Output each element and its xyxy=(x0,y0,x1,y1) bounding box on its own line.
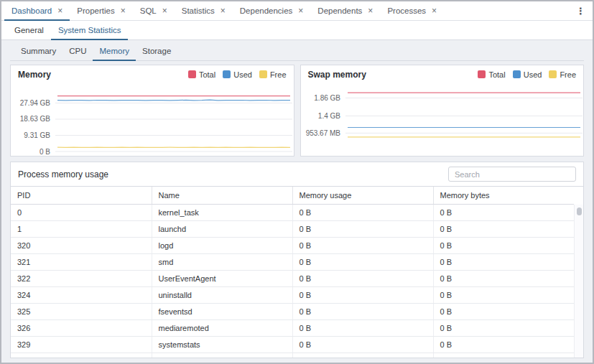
close-icon[interactable]: × xyxy=(221,6,226,15)
tab-label: Properties xyxy=(77,6,114,15)
search-input[interactable] xyxy=(448,167,576,182)
tab-label: Dependencies xyxy=(240,6,293,15)
tab-label: SQL xyxy=(140,6,157,15)
table-cell: 0 B xyxy=(433,304,574,320)
subtab-summary[interactable]: Summary xyxy=(14,42,62,61)
table-cell: 0 B xyxy=(292,353,433,358)
table-cell: 320 xyxy=(11,238,152,254)
table-row: 0kernel_task0 B0 B xyxy=(11,205,574,221)
tab-label: Statistics xyxy=(182,6,215,15)
table-cell: 324 xyxy=(11,287,152,304)
table-cell: configd xyxy=(152,353,292,358)
table-row: 331configd0 B0 B xyxy=(11,353,574,358)
column-header-memory-usage[interactable]: Memory usage xyxy=(292,187,433,205)
swap-memory-chart-panel: Swap memory TotalUsedFree 1.86 GB1.4 GB9… xyxy=(300,65,585,157)
legend-item-free: Free xyxy=(549,70,576,79)
table-cell: 0 B xyxy=(433,353,574,358)
table-cell: 0 B xyxy=(433,287,574,304)
table-row: 325fseventsd0 B0 B xyxy=(11,304,574,320)
table-scrollbar[interactable] xyxy=(574,205,583,358)
statistics-subtab-bar: SummaryCPUMemoryStorage xyxy=(10,42,584,61)
svg-text:1.86 GB: 1.86 GB xyxy=(314,94,340,102)
table-cell: 0 B xyxy=(433,205,574,221)
table-row: 329systemstats0 B0 B xyxy=(11,337,574,353)
table-cell: mediaremoted xyxy=(152,320,292,337)
table-scrollbar-thumb[interactable] xyxy=(577,207,582,215)
column-header-pid[interactable]: PID xyxy=(11,187,152,205)
close-icon[interactable]: × xyxy=(162,6,167,15)
table-cell: 325 xyxy=(11,304,152,320)
svg-text:27.94 GB: 27.94 GB xyxy=(20,99,51,107)
close-icon[interactable]: × xyxy=(298,6,303,15)
legend-swatch-icon xyxy=(513,70,521,78)
legend-label: Free xyxy=(560,70,576,79)
table-cell: 322 xyxy=(11,271,152,287)
svg-text:1.4 GB: 1.4 GB xyxy=(317,112,340,120)
table-cell: 0 B xyxy=(292,271,433,287)
charts-row: Memory TotalUsedFree 27.94 GB18.63 GB9.3… xyxy=(10,65,584,157)
tab-dependents[interactable]: Dependents× xyxy=(310,1,380,21)
memory-chart-legend: TotalUsedFree xyxy=(188,70,287,79)
subtab-cpu[interactable]: CPU xyxy=(62,42,93,61)
legend-swatch-icon xyxy=(549,70,557,78)
table-cell: 0 B xyxy=(292,287,433,304)
tab-label: Dashboard xyxy=(11,6,52,15)
close-icon[interactable]: × xyxy=(368,6,373,15)
tab2-system-statistics[interactable]: System Statistics xyxy=(51,21,129,40)
legend-label: Used xyxy=(524,70,542,79)
swap-memory-chart-header: Swap memory TotalUsedFree xyxy=(301,65,584,83)
table-cell: 0 B xyxy=(292,320,433,337)
tab-processes[interactable]: Processes× xyxy=(380,1,444,21)
table-cell: 0 B xyxy=(292,238,433,254)
swap-memory-chart-legend: TotalUsedFree xyxy=(478,70,576,79)
table-row: 1launchd0 B0 B xyxy=(11,221,574,238)
table-body: 0kernel_task0 B0 B1launchd0 B0 B320logd0… xyxy=(11,205,574,358)
legend-item-total: Total xyxy=(188,70,215,79)
close-icon[interactable]: × xyxy=(57,6,62,15)
tab-sql[interactable]: SQL× xyxy=(133,1,175,21)
document-tab-bar: Dashboard×Properties×SQL×Statistics×Depe… xyxy=(1,1,593,21)
table-row: 321smd0 B0 B xyxy=(11,254,574,271)
table-cell: uninstalld xyxy=(152,287,292,304)
table-row: 322UserEventAgent0 B0 B xyxy=(11,271,574,287)
close-icon[interactable]: × xyxy=(432,6,437,15)
table-cell: 0 B xyxy=(433,221,574,238)
legend-item-used: Used xyxy=(513,70,542,79)
table-cell: 331 xyxy=(11,353,152,358)
kebab-menu-icon[interactable]: ⋮ xyxy=(569,1,593,20)
table-cell: 0 B xyxy=(433,320,574,337)
table-cell: kernel_task xyxy=(152,205,292,221)
legend-swatch-icon xyxy=(259,70,267,78)
table-header-row: PIDNameMemory usageMemory bytes xyxy=(11,187,574,205)
table-cell: UserEventAgent xyxy=(152,271,292,287)
tab-label: Processes xyxy=(387,6,426,15)
table-cell: 0 B xyxy=(292,205,433,221)
tab-label: Dependents xyxy=(317,6,362,15)
legend-swatch-icon xyxy=(223,70,231,78)
legend-swatch-icon xyxy=(188,70,196,78)
table-cell: 0 B xyxy=(433,238,574,254)
column-header-memory-bytes[interactable]: Memory bytes xyxy=(433,187,574,205)
swap-memory-chart-plot: 1.86 GB1.4 GB953.67 MB xyxy=(301,83,584,156)
column-header-name[interactable]: Name xyxy=(152,187,292,205)
close-icon[interactable]: × xyxy=(121,6,126,15)
tab-dashboard[interactable]: Dashboard× xyxy=(4,1,70,21)
table-cell: 321 xyxy=(11,254,152,271)
table-row: 326mediaremoted0 B0 B xyxy=(11,320,574,337)
process-panel-header: Process memory usage xyxy=(11,162,583,186)
subtab-memory[interactable]: Memory xyxy=(93,42,136,61)
legend-label: Free xyxy=(270,70,287,79)
tab2-general[interactable]: General xyxy=(7,21,51,40)
tab-properties[interactable]: Properties× xyxy=(70,1,132,21)
subtab-storage[interactable]: Storage xyxy=(136,42,177,61)
tab-dependencies[interactable]: Dependencies× xyxy=(233,1,311,21)
tab-statistics[interactable]: Statistics× xyxy=(175,1,233,21)
table-cell: 329 xyxy=(11,337,152,353)
system-statistics-content: SummaryCPUMemoryStorage Memory TotalUsed… xyxy=(1,40,593,363)
table-cell: 0 B xyxy=(292,254,433,271)
legend-item-used: Used xyxy=(223,70,252,79)
table-row: 324uninstalld0 B0 B xyxy=(11,287,574,304)
legend-label: Total xyxy=(488,70,505,79)
table-cell: fseventsd xyxy=(152,304,292,320)
table-cell: smd xyxy=(152,254,292,271)
